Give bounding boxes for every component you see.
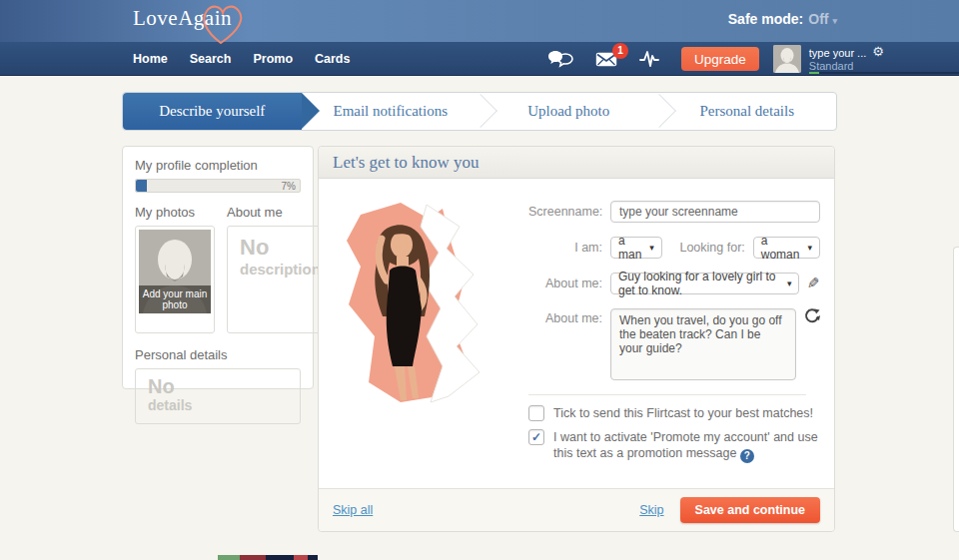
chat-icon[interactable] [547, 50, 573, 68]
banner-segment [294, 555, 308, 560]
chevron-down-icon: ▾ [641, 243, 654, 253]
safe-mode-value: Off [808, 11, 828, 27]
no-details-big: No [148, 376, 288, 397]
iam-label: I am: [528, 241, 610, 255]
iam-value: a man [618, 234, 641, 262]
looking-for-label: Looking for: [662, 241, 753, 255]
about-text-label: About me: [528, 308, 610, 325]
get-to-know-you-panel: Let's get to know you [318, 146, 835, 532]
looking-for-select[interactable]: a woman ▾ [753, 237, 820, 259]
mail-icon[interactable]: 1 [595, 52, 617, 67]
step-upload-photo[interactable]: Upload photo [480, 93, 658, 130]
chevron-down-icon: ▾ [832, 16, 837, 26]
banner-segment [218, 555, 240, 560]
banner-segment [266, 555, 294, 560]
promote-check-row: ✓ I want to activate 'Promote my account… [528, 429, 820, 463]
gear-icon[interactable]: ⚙ [872, 44, 884, 59]
about-me-textarea[interactable]: When you travel, do you go off the beate… [610, 308, 796, 380]
user-progress-bar [809, 72, 959, 74]
right-edge-panel-sliver [953, 247, 959, 532]
torn-paper-woman-photo [331, 197, 485, 410]
add-photo-label: Add your main photo [139, 285, 211, 313]
flirtcast-check-row: Tick to send this Flirtcast to your best… [528, 405, 820, 421]
skip-all-link[interactable]: Skip all [333, 503, 373, 517]
about-me-select[interactable]: Guy looking for a lovely girl to get to … [610, 273, 799, 294]
logo-text: LoveAgain [133, 6, 232, 31]
nav-item-search[interactable]: Search [190, 52, 232, 66]
screenname-label: Screenname: [528, 205, 610, 219]
chevron-down-icon: ▾ [779, 279, 792, 288]
iam-select[interactable]: a man ▾ [610, 237, 662, 259]
chevron-down-icon: ▾ [799, 243, 812, 253]
no-details-box[interactable]: No details [135, 368, 301, 424]
edit-pencil-icon[interactable]: ✎ [807, 275, 820, 292]
activity-pulse-icon[interactable] [639, 49, 659, 69]
nav-item-cards[interactable]: Cards [315, 52, 350, 66]
step-email-notifications[interactable]: Email notifications [302, 93, 480, 130]
panel-body: Screenname: I am: a man ▾ Looking for: a… [319, 179, 834, 488]
add-photo-card[interactable]: Add your main photo [135, 226, 215, 333]
user-box[interactable]: type your ...⚙ Standard [773, 45, 884, 73]
banner-segment [240, 555, 266, 560]
avatar [773, 45, 801, 73]
safe-mode-label: Safe mode: [728, 11, 803, 27]
no-description-small: description [240, 260, 321, 279]
banner-segment [308, 555, 318, 560]
photo-placeholder: Add your main photo [139, 230, 211, 313]
panel-title: Let's get to know you [333, 153, 480, 173]
flirtcast-checkbox[interactable] [528, 405, 544, 421]
no-description-big: No [240, 236, 321, 260]
user-meta: type your ...⚙ Standard [809, 45, 884, 72]
step-describe-yourself[interactable]: Describe yourself [123, 93, 302, 130]
nav-item-home[interactable]: Home [133, 52, 168, 66]
step-personal-details[interactable]: Personal details [658, 93, 837, 130]
completion-percent: 7% [282, 181, 296, 192]
form-divider [528, 394, 806, 395]
refresh-icon[interactable] [804, 308, 820, 324]
no-details-small: details [148, 397, 288, 414]
user-progress-fill [809, 72, 819, 74]
mail-badge: 1 [612, 43, 628, 59]
personal-details-title: Personal details [135, 347, 301, 362]
gender-row: I am: a man ▾ Looking for: a woman ▾ [528, 237, 820, 259]
profile-sidebar: My profile completion 7% My photos Add y… [122, 146, 314, 389]
panel-header: Let's get to know you [319, 147, 834, 179]
my-photos-column: My photos Add your main photo [135, 205, 215, 333]
about-select-label: About me: [528, 277, 610, 290]
promote-checkbox[interactable]: ✓ [528, 429, 544, 445]
nav-icons: 1 Upgrade type your ...⚙ Standard [547, 42, 884, 76]
about-select-value: Guy looking for a lovely girl to get to … [618, 270, 779, 297]
looking-for-value: a woman [761, 234, 800, 262]
logo[interactable]: LoveAgain [133, 6, 232, 31]
help-question-icon[interactable]: ? [740, 449, 754, 463]
completion-progress-bar: 7% [135, 179, 301, 193]
about-text-row: About me: When you travel, do you go off… [528, 308, 820, 380]
promote-check-label: I want to activate 'Promote my account' … [553, 429, 820, 463]
my-photos-title: My photos [135, 205, 215, 220]
user-name: type your ... [809, 47, 866, 59]
about-select-row: About me: Guy looking for a lovely girl … [528, 273, 820, 294]
panel-footer: Skip all Skip Save and continue [319, 488, 834, 531]
top-bar: LoveAgain Safe mode:Off▾ [0, 0, 959, 42]
user-plan: Standard [809, 60, 854, 72]
bottom-cutoff-banner [218, 555, 318, 560]
completion-title: My profile completion [135, 158, 301, 173]
screenname-row: Screenname: [528, 201, 820, 223]
upgrade-button[interactable]: Upgrade [681, 47, 759, 71]
nav-item-promo[interactable]: Promo [253, 52, 293, 66]
save-and-continue-button[interactable]: Save and continue [680, 497, 820, 523]
safe-mode-toggle[interactable]: Safe mode:Off▾ [728, 11, 837, 27]
nav-bar: Home Search Promo Cards 1 Upgrade [0, 42, 959, 76]
promote-check-text: I want to activate 'Promote my account' … [553, 430, 818, 460]
skip-link[interactable]: Skip [639, 503, 663, 517]
flirtcast-check-label: Tick to send this Flirtcast to your best… [553, 405, 813, 421]
wizard-steps: Describe yourself Email notifications Up… [122, 92, 837, 131]
completion-progress-fill [136, 180, 147, 192]
screenname-input[interactable] [610, 201, 820, 223]
